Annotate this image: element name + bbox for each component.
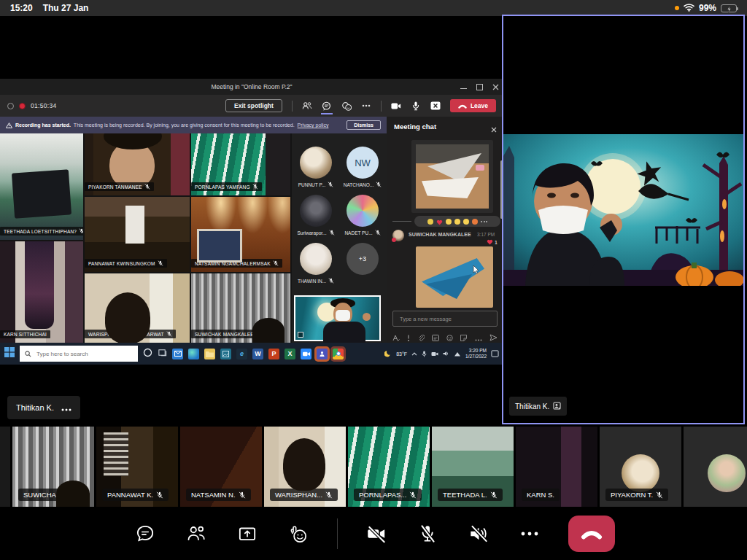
reactions-button[interactable] bbox=[286, 521, 311, 546]
chat-image-blue-plane[interactable] bbox=[416, 246, 493, 308]
close-icon[interactable] bbox=[492, 84, 499, 90]
spotlight-stage[interactable]: Thitikan K. bbox=[502, 15, 745, 424]
video-tile[interactable]: TEETHADA L. bbox=[432, 427, 514, 507]
format-icon[interactable] bbox=[392, 331, 400, 344]
reactions-icon[interactable] bbox=[341, 101, 352, 111]
video-tile[interactable]: NATSAMIN NGAMCHALERMSAK bbox=[191, 197, 290, 272]
banner-title: Recording has started. bbox=[15, 122, 71, 128]
mic-on-icon[interactable] bbox=[411, 101, 421, 111]
stop-sharing-icon[interactable] bbox=[430, 101, 441, 111]
video-tile[interactable]: NATSAMIN N. bbox=[180, 427, 262, 507]
exit-spotlight-button[interactable]: Exit spotlight bbox=[225, 99, 282, 112]
spotlight-self-thumbnail[interactable] bbox=[294, 295, 381, 341]
video-tile[interactable]: SUWICHAK MANGKALEE bbox=[191, 273, 290, 343]
thumbs-up-reaction[interactable] bbox=[427, 219, 433, 225]
taskbar-clock[interactable]: 3:20 PM 1/27/2022 bbox=[465, 348, 487, 359]
chrome-icon[interactable] bbox=[333, 349, 344, 359]
audio-participant[interactable]: Suriwarapor... bbox=[293, 195, 338, 236]
show-hidden-icons bbox=[411, 352, 417, 356]
self-name-label[interactable]: Thitikan K. bbox=[7, 396, 80, 419]
share-button[interactable] bbox=[235, 521, 260, 546]
compose-more-icon[interactable] bbox=[475, 331, 482, 344]
priority-icon[interactable] bbox=[407, 331, 410, 344]
more-options-button[interactable] bbox=[517, 521, 542, 546]
video-tile[interactable]: PANNAWAT KWINSUNGKOM bbox=[85, 197, 190, 272]
sad-reaction[interactable] bbox=[463, 219, 469, 225]
participants-button[interactable] bbox=[184, 521, 209, 546]
avatar bbox=[622, 454, 659, 492]
word-icon[interactable]: W bbox=[252, 349, 263, 359]
camera-on-icon[interactable] bbox=[391, 101, 401, 111]
video-tile[interactable]: WARISPHAN CHATSANGARWAT bbox=[85, 273, 190, 343]
photos-icon[interactable] bbox=[220, 349, 231, 359]
participant-name: NATSAMIN NGAMCHALERMSAK bbox=[195, 261, 271, 266]
chat-image-message[interactable] bbox=[411, 140, 493, 213]
speaker-off-button[interactable] bbox=[466, 521, 491, 546]
giphy-icon[interactable] bbox=[432, 331, 439, 344]
powerpoint-icon[interactable]: P bbox=[268, 349, 279, 359]
chat-compose-box[interactable] bbox=[392, 311, 498, 327]
teams-icon[interactable] bbox=[317, 349, 328, 359]
video-tile[interactable]: PIYAKORN T. bbox=[600, 427, 681, 507]
start-button[interactable] bbox=[4, 347, 15, 360]
chat-icon[interactable] bbox=[322, 101, 332, 111]
chat-input[interactable] bbox=[398, 315, 492, 323]
video-tile[interactable]: KARN SITTHICHAI bbox=[0, 241, 83, 343]
more-reactions-icon[interactable] bbox=[481, 221, 487, 222]
zoom-icon[interactable] bbox=[301, 349, 311, 359]
video-tile[interactable]: PANNAWAT K. bbox=[96, 427, 178, 507]
search-input[interactable] bbox=[35, 350, 123, 358]
video-tile[interactable]: PORNLAPAS... bbox=[348, 427, 430, 507]
video-tile[interactable] bbox=[684, 427, 747, 507]
mic-off-button[interactable] bbox=[415, 521, 440, 546]
cortana-icon[interactable] bbox=[143, 347, 152, 360]
chat-button[interactable] bbox=[133, 521, 158, 546]
overflow-participants[interactable]: +3 bbox=[340, 243, 385, 275]
task-view-icon[interactable] bbox=[158, 347, 167, 360]
video-tile[interactable]: SUWICHAK M. bbox=[12, 427, 94, 507]
compose-toolbar bbox=[392, 331, 498, 344]
dismiss-button[interactable]: Dismiss bbox=[347, 120, 381, 130]
file-explorer-icon[interactable] bbox=[204, 349, 215, 359]
chat-avatar bbox=[392, 230, 404, 241]
participants-icon[interactable] bbox=[302, 101, 312, 111]
camera-off-button[interactable] bbox=[364, 521, 389, 546]
taskbar-search[interactable] bbox=[20, 346, 138, 362]
heart-reaction[interactable] bbox=[436, 215, 443, 228]
video-tile[interactable]: WARISPHAN... bbox=[264, 427, 346, 507]
self-more-options-icon[interactable] bbox=[61, 401, 71, 414]
surprised-reaction[interactable] bbox=[454, 219, 460, 225]
video-tile-partial[interactable] bbox=[0, 427, 10, 507]
leave-button[interactable]: Leave bbox=[450, 99, 496, 112]
video-tile[interactable]: KARN S. bbox=[516, 427, 597, 507]
attach-icon[interactable] bbox=[418, 331, 425, 344]
ie-icon[interactable]: e bbox=[236, 349, 247, 359]
send-icon[interactable] bbox=[489, 331, 498, 344]
recording-indicator-icon bbox=[19, 103, 26, 109]
edge-icon[interactable] bbox=[188, 349, 199, 359]
emoji-icon[interactable] bbox=[446, 331, 453, 344]
audio-participant[interactable]: NW NATCHANO... bbox=[340, 147, 385, 187]
excel-icon[interactable]: X bbox=[285, 349, 295, 359]
more-options-icon[interactable] bbox=[361, 101, 371, 111]
chat-close-icon[interactable] bbox=[491, 122, 497, 136]
audio-participant[interactable]: NADET PU... bbox=[340, 195, 385, 236]
mail-icon[interactable] bbox=[172, 349, 183, 359]
audio-participant[interactable]: PUNNUT P... bbox=[293, 147, 338, 187]
mic-off-icon bbox=[156, 491, 163, 499]
hang-up-button[interactable] bbox=[568, 516, 615, 552]
video-tile[interactable]: PORNLAPAS YAMFANG bbox=[191, 133, 290, 195]
audio-participant[interactable]: THAWIN IN... bbox=[293, 243, 338, 284]
sticker-icon[interactable] bbox=[460, 331, 467, 344]
maximize-icon[interactable] bbox=[476, 84, 483, 90]
reaction-bar[interactable] bbox=[414, 216, 500, 227]
privacy-policy-link[interactable]: Privacy policy bbox=[298, 122, 329, 128]
minimize-icon[interactable] bbox=[460, 85, 467, 89]
message-heart-count[interactable]: 1 bbox=[487, 239, 498, 245]
angry-reaction[interactable] bbox=[472, 219, 478, 225]
teams-window-titlebar: Meeting in "Online Room P.2" bbox=[0, 79, 503, 95]
laugh-reaction[interactable] bbox=[446, 219, 452, 225]
video-tile[interactable]: TEETHADA LOETSITTHIPHAN? bbox=[0, 133, 83, 240]
meeting-timer: 01:50:34 bbox=[31, 102, 57, 109]
video-tile[interactable]: PIYAKORN TANMANEE bbox=[85, 133, 190, 195]
